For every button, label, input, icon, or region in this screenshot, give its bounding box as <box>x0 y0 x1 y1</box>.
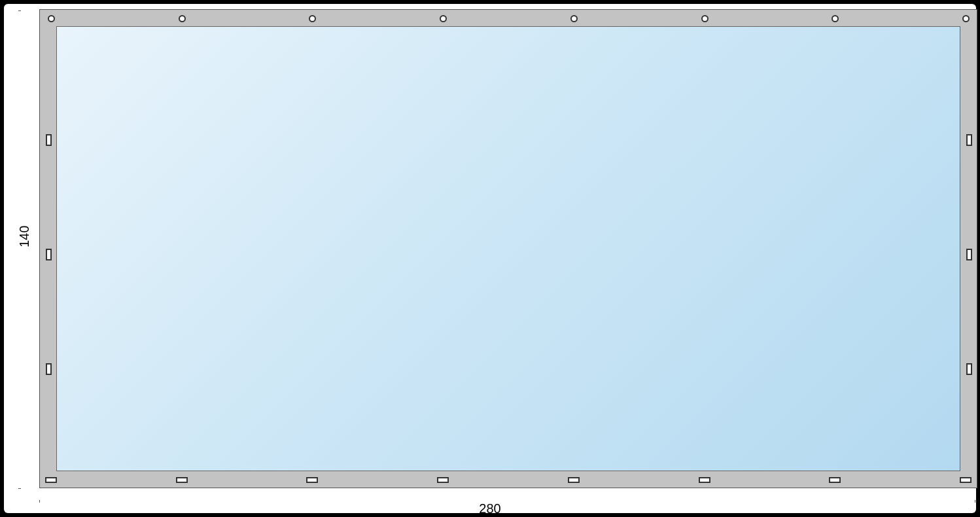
diagram-card: 140 280 <box>4 4 976 513</box>
grommet-icon <box>701 15 709 22</box>
grommet-icon <box>179 15 186 22</box>
slot-icon <box>960 477 971 483</box>
slot-icon <box>176 477 188 483</box>
tick-mark <box>18 488 21 489</box>
slot-icon <box>966 249 972 260</box>
slot-icon <box>829 477 841 483</box>
slot-icon <box>568 477 580 483</box>
tarp-frame <box>39 9 977 488</box>
grommet-icon <box>48 15 55 22</box>
slot-icon <box>437 477 449 483</box>
grommet-icon <box>570 15 578 22</box>
slot-icon <box>966 363 972 375</box>
grommet-icon <box>962 15 970 22</box>
slot-icon <box>45 477 57 483</box>
slot-icon <box>46 134 52 146</box>
grommet-icon <box>309 15 316 22</box>
slot-icon <box>966 134 972 146</box>
slot-icon <box>306 477 318 483</box>
slot-icon <box>46 249 52 260</box>
tick-mark <box>975 500 975 503</box>
grommet-icon <box>831 15 839 22</box>
diagram-stage: 140 280 <box>0 0 980 517</box>
grommet-icon <box>440 15 447 22</box>
tick-mark <box>39 500 40 503</box>
window-panel <box>56 26 960 471</box>
dimension-width-label: 280 <box>4 501 976 516</box>
slot-icon <box>699 477 710 483</box>
tick-mark <box>18 10 21 11</box>
slot-icon <box>46 363 52 375</box>
dimension-height-label: 140 <box>17 226 32 247</box>
